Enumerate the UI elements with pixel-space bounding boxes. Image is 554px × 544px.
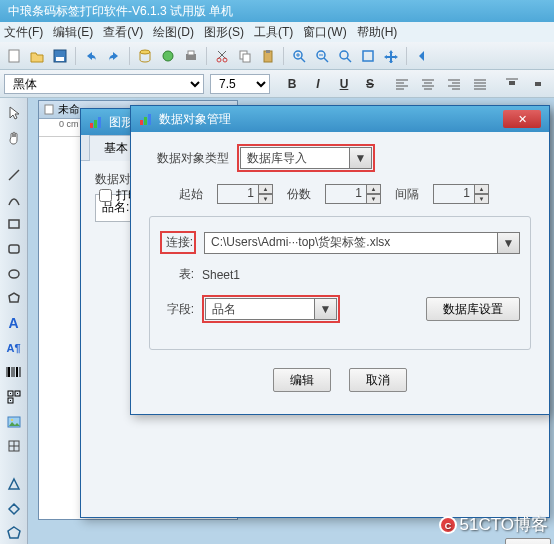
svg-rect-6 (188, 51, 194, 55)
font-family-select[interactable]: 黑体 (4, 74, 204, 94)
menu-tools[interactable]: 工具(T) (254, 24, 293, 40)
svg-line-18 (324, 58, 328, 62)
diamond-icon[interactable] (3, 498, 25, 520)
svg-rect-67 (140, 120, 143, 125)
rect-icon[interactable] (3, 214, 25, 236)
pentagon-icon[interactable] (3, 522, 25, 544)
conn-label: 连接: (163, 234, 193, 251)
ok-button[interactable]: 确 (505, 538, 551, 544)
app-title: 中琅条码标签打印软件-V6.1.3 试用版 单机 (8, 3, 233, 20)
menu-view[interactable]: 查看(V) (103, 24, 143, 40)
chart-icon (139, 112, 153, 126)
menu-window[interactable]: 窗口(W) (303, 24, 346, 40)
field-label: 字段: (160, 301, 194, 318)
underline-icon[interactable]: U (334, 74, 354, 94)
database-icon[interactable] (135, 46, 155, 66)
paste-icon[interactable] (258, 46, 278, 66)
save-icon[interactable] (50, 46, 70, 66)
roundrect-icon[interactable] (3, 238, 25, 260)
strike-icon[interactable]: S (360, 74, 380, 94)
pointer-icon[interactable] (3, 102, 25, 124)
menu-file[interactable]: 文件(F) (4, 24, 43, 40)
logo-icon: C (438, 515, 458, 535)
svg-point-45 (9, 270, 19, 278)
svg-line-42 (9, 170, 19, 180)
image-icon[interactable] (3, 411, 25, 433)
start-label: 起始 (179, 186, 203, 203)
prev-icon[interactable] (412, 46, 432, 66)
undo-icon[interactable] (81, 46, 101, 66)
data-manager-title[interactable]: 数据对象管理 ✕ (131, 106, 549, 132)
svg-rect-40 (509, 81, 515, 85)
zoom-out-icon[interactable] (312, 46, 332, 66)
menu-edit[interactable]: 编辑(E) (53, 24, 93, 40)
close-icon[interactable]: ✕ (503, 110, 541, 128)
svg-rect-44 (9, 245, 19, 253)
line-icon[interactable] (3, 164, 25, 186)
svg-rect-22 (363, 51, 373, 61)
barcode-icon[interactable] (3, 362, 25, 384)
align-center-icon[interactable] (418, 74, 438, 94)
align-left-icon[interactable] (392, 74, 412, 94)
italic-icon[interactable]: I (308, 74, 328, 94)
svg-rect-57 (10, 400, 11, 401)
count-spinner[interactable]: 1▲▼ (325, 184, 381, 204)
gap-spinner[interactable]: 1▲▼ (433, 184, 489, 204)
main-toolbar (0, 42, 554, 70)
print-checkbox[interactable] (99, 189, 112, 202)
ellipse-icon[interactable] (3, 263, 25, 285)
type-label: 数据对象类型 (149, 150, 229, 167)
valign-top-icon[interactable] (502, 74, 522, 94)
svg-rect-0 (9, 50, 19, 62)
conn-dropdown-arrow[interactable]: ▼ (498, 232, 520, 254)
field-dropdown-arrow[interactable]: ▼ (315, 298, 337, 320)
menu-shape[interactable]: 图形(S) (204, 24, 244, 40)
print-icon[interactable] (181, 46, 201, 66)
new-icon[interactable] (4, 46, 24, 66)
svg-rect-68 (144, 117, 147, 125)
grid-icon[interactable] (3, 436, 25, 458)
redo-icon[interactable] (104, 46, 124, 66)
bold-icon[interactable]: B (282, 74, 302, 94)
triangle-icon[interactable] (3, 473, 25, 495)
move-icon[interactable] (381, 46, 401, 66)
copy-icon[interactable] (235, 46, 255, 66)
valign-mid-icon[interactable] (528, 74, 548, 94)
svg-rect-12 (266, 50, 270, 53)
hand-icon[interactable] (3, 127, 25, 149)
font-toolbar: 黑体 7.5 B I U S (0, 70, 554, 98)
zoom-fit-icon[interactable] (335, 46, 355, 66)
open-icon[interactable] (27, 46, 47, 66)
type-dropdown-arrow[interactable]: ▼ (350, 147, 372, 169)
left-toolbox: A A¶ (0, 98, 28, 544)
menu-help[interactable]: 帮助(H) (357, 24, 398, 40)
type-value: 数据库导入 (240, 147, 350, 169)
font-size-select[interactable]: 7.5 (210, 74, 270, 94)
align-right-icon[interactable] (444, 74, 464, 94)
start-spinner[interactable]: 1▲▼ (217, 184, 273, 204)
polygon-icon[interactable] (3, 288, 25, 310)
svg-rect-65 (94, 120, 97, 128)
menu-bar: 文件(F) 编辑(E) 查看(V) 绘图(D) 图形(S) 工具(T) 窗口(W… (0, 22, 554, 42)
count-label: 份数 (287, 186, 311, 203)
curve-icon[interactable] (3, 189, 25, 211)
wizard-icon[interactable] (158, 46, 178, 66)
align-justify-icon[interactable] (470, 74, 490, 94)
text-icon[interactable]: A (3, 312, 25, 334)
title-bar: 中琅条码标签打印软件-V6.1.3 试用版 单机 (0, 0, 554, 22)
svg-rect-56 (17, 393, 18, 394)
data-manager-dialog: 数据对象管理 ✕ 数据对象类型 数据库导入 ▼ 起始 1▲▼ 份数 1▲▼ 间隔… (130, 105, 550, 415)
svg-rect-55 (10, 393, 11, 394)
watermark: C 51CTO博客 (438, 513, 549, 536)
svg-line-21 (347, 58, 351, 62)
qrcode-icon[interactable] (3, 386, 25, 408)
cancel-button[interactable]: 取消 (349, 368, 407, 392)
zoom-100-icon[interactable] (358, 46, 378, 66)
richtext-icon[interactable]: A¶ (3, 337, 25, 359)
svg-point-59 (11, 419, 13, 421)
zoom-in-icon[interactable] (289, 46, 309, 66)
edit-button[interactable]: 编辑 (273, 368, 331, 392)
cut-icon[interactable] (212, 46, 232, 66)
menu-draw[interactable]: 绘图(D) (153, 24, 194, 40)
db-settings-button[interactable]: 数据库设置 (426, 297, 520, 321)
